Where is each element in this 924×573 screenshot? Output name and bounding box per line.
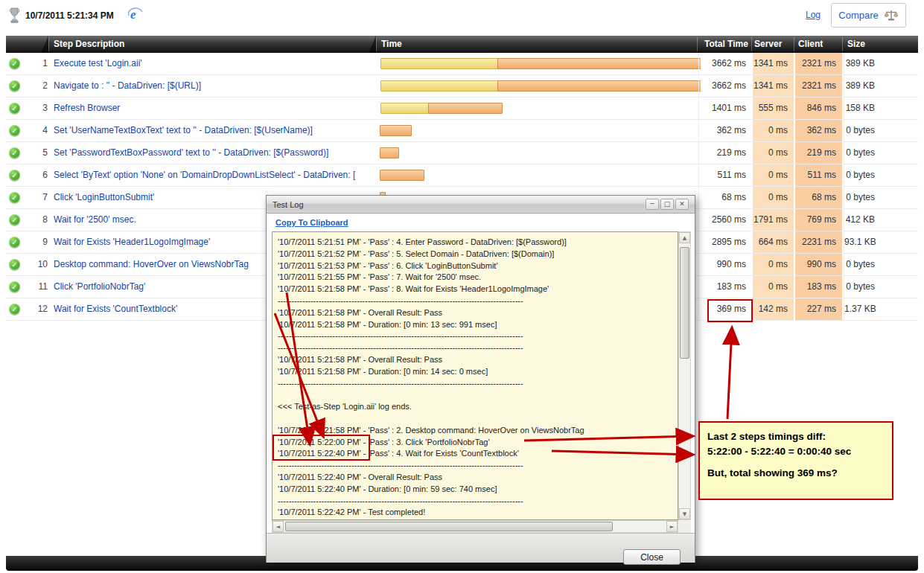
log-link[interactable]: Log — [806, 10, 821, 20]
column-header-time[interactable]: Time — [381, 36, 402, 53]
step-number: 5 — [27, 142, 48, 164]
column-header-client[interactable]: Client — [798, 36, 823, 53]
table-row[interactable]: ✓ 2 Navigate to : '' - DataDriven: [$(UR… — [6, 75, 918, 97]
step-status-cell: ✓ — [9, 142, 27, 164]
log-line: '10/7/2011 5:21:58 PM' - Duration: [0 mi… — [278, 366, 678, 378]
total-time-value: 362 ms — [698, 120, 752, 141]
column-separator — [48, 37, 49, 51]
server-time-value: 0 ms — [753, 254, 794, 275]
step-status-cell: ✓ — [9, 231, 27, 253]
step-status-cell: ✓ — [9, 164, 27, 186]
compare-button[interactable]: Compare — [831, 3, 906, 28]
highlight-box-log-timestamps — [273, 435, 370, 461]
step-status-cell: ✓ — [9, 97, 27, 119]
column-separator — [697, 37, 698, 51]
client-time-bar — [497, 80, 701, 92]
horizontal-scroll-thumb[interactable] — [285, 522, 613, 531]
step-status-cell: ✓ — [9, 209, 27, 231]
column-separator — [751, 37, 752, 51]
step-number: 8 — [27, 209, 48, 231]
step-description[interactable]: Select 'ByText' option 'None' on 'Domain… — [54, 164, 372, 186]
annotation-note: Last 2 steps timings diff: 5:22:00 - 5:2… — [698, 421, 893, 500]
time-bar-cell — [376, 164, 701, 186]
step-status-cell: ✓ — [9, 187, 27, 208]
server-time-bar — [380, 80, 498, 92]
column-header-step[interactable]: Step Description — [54, 36, 124, 53]
client-time-bar — [380, 125, 412, 136]
pass-check-icon: ✓ — [9, 58, 20, 69]
dialog-titlebar[interactable]: Test Log ─ □ ✕ — [267, 196, 695, 214]
client-time-bar — [380, 170, 424, 181]
server-time-value: 1341 ms — [753, 75, 794, 97]
step-description[interactable]: Execute test 'Login.aii' — [54, 53, 372, 74]
column-separator — [376, 37, 377, 51]
client-time-value: 990 ms — [795, 254, 842, 275]
header-notch — [369, 36, 376, 53]
table-row[interactable]: ✓ 1 Execute test 'Login.aii' 3662 ms 134… — [6, 53, 918, 75]
step-number: 9 — [27, 231, 48, 253]
maximize-button[interactable]: □ — [660, 199, 674, 210]
log-line: <<< Test-as-Step 'Login.aii' log ends. — [278, 401, 678, 413]
step-number: 4 — [27, 120, 48, 141]
step-status-cell: ✓ — [9, 75, 27, 97]
close-window-icon[interactable]: ✕ — [675, 199, 689, 210]
pass-check-icon: ✓ — [9, 192, 20, 203]
close-button[interactable]: Close — [623, 549, 681, 565]
scroll-up-button[interactable]: ▲ — [679, 232, 690, 243]
header-notch — [41, 36, 48, 53]
step-status-cell: ✓ — [9, 120, 27, 141]
total-time-value: 3662 ms — [698, 75, 752, 97]
table-row[interactable]: ✓ 4 Set 'UserNameTextBoxText' text to ''… — [6, 120, 918, 142]
copy-to-clipboard-link[interactable]: Copy To Clipboard — [275, 218, 348, 227]
client-time-bar — [380, 147, 399, 159]
column-header-server[interactable]: Server — [754, 36, 782, 53]
minimize-button[interactable]: ─ — [646, 199, 659, 210]
size-value: 0 bytes — [844, 187, 918, 208]
step-description[interactable]: Set 'UserNameTextBoxText' text to '' - D… — [54, 120, 372, 141]
table-row[interactable]: ✓ 3 Refresh Browser 1401 ms 555 ms 846 m… — [6, 97, 918, 120]
table-row[interactable]: ✓ 5 Set 'PasswordTextBoxPassword' text t… — [6, 142, 918, 164]
highlight-box-total-time — [707, 299, 753, 322]
column-header-size[interactable]: Size — [847, 36, 865, 53]
pass-check-icon: ✓ — [9, 259, 20, 270]
server-time-value: 555 ms — [753, 97, 794, 119]
step-description[interactable]: Navigate to : '' - DataDriven: [$(URL)] — [54, 75, 372, 97]
log-line: '10/7/2011 5:21:51 PM' - 'Pass' : 4. Ent… — [278, 237, 678, 249]
scroll-right-button[interactable]: ► — [666, 521, 678, 532]
table-row[interactable]: ✓ 6 Select 'ByText' option 'None' on 'Do… — [6, 164, 918, 187]
column-header-total[interactable]: Total Time — [704, 36, 748, 53]
total-time-value: 183 ms — [698, 276, 752, 298]
scroll-down-button[interactable]: ▼ — [679, 508, 690, 519]
top-toolbar: 10/7/2011 5:21:34 PM e Log Compare — [0, 0, 924, 33]
step-description[interactable]: Refresh Browser — [54, 97, 372, 119]
client-time-value: 362 ms — [795, 120, 842, 141]
size-value: 412 KB — [844, 209, 918, 231]
client-time-value: 68 ms — [795, 187, 842, 208]
scales-icon — [884, 9, 899, 22]
server-time-value: 142 ms — [753, 298, 794, 320]
log-line: '10/7/2011 5:21:55 PM' - 'Pass' : 7. Wai… — [278, 272, 678, 284]
step-status-cell: ✓ — [9, 298, 27, 320]
client-time-value: 511 ms — [795, 164, 842, 186]
total-time-value: 68 ms — [698, 187, 752, 208]
step-number: 1 — [27, 53, 48, 74]
pass-check-icon: ✓ — [9, 281, 20, 292]
size-value: 93.1 KB — [844, 231, 918, 253]
server-time-value: 0 ms — [753, 120, 794, 141]
time-bar-cell — [376, 75, 701, 97]
vertical-scroll-thumb[interactable] — [680, 247, 689, 359]
log-line: ----------------------------------------… — [278, 330, 678, 342]
scroll-left-button[interactable]: ◄ — [273, 521, 284, 532]
vertical-scrollbar[interactable]: ▲ ▼ — [678, 231, 691, 520]
server-time-value: 0 ms — [753, 187, 794, 208]
step-number: 2 — [27, 75, 48, 97]
step-number: 10 — [27, 254, 48, 275]
log-line: '10/7/2011 5:22:42 PM' - Test completed! — [278, 507, 678, 519]
horizontal-scrollbar[interactable]: ◄ ► — [272, 520, 678, 533]
compare-button-label: Compare — [838, 10, 878, 21]
client-time-bar — [428, 103, 503, 114]
client-time-value: 2321 ms — [795, 53, 842, 74]
test-log-dialog: Test Log ─ □ ✕ Copy To Clipboard '10/7/2… — [266, 195, 695, 563]
size-value: 0 bytes — [844, 254, 918, 275]
step-description[interactable]: Set 'PasswordTextBoxPassword' text to ''… — [54, 142, 372, 164]
